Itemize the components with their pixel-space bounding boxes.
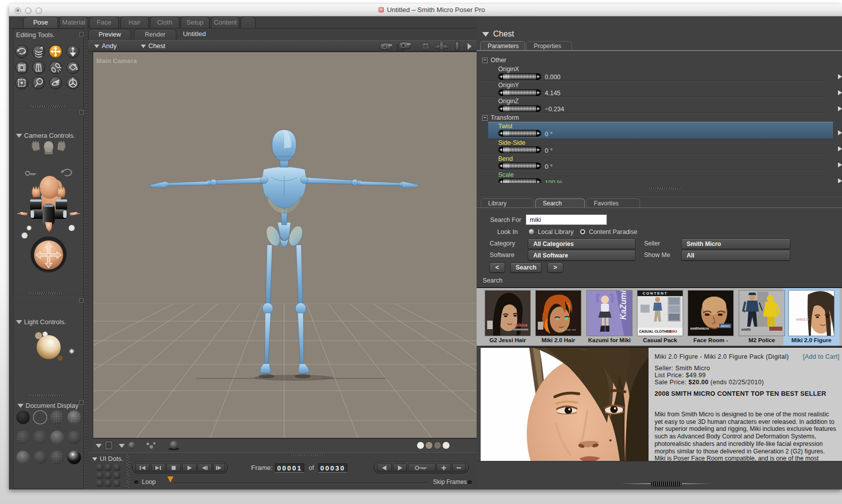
svg-text:CASUAL CLOTHES: CASUAL CLOTHES: [639, 330, 672, 333]
svg-text:miki2.0: miki2.0: [796, 317, 808, 322]
svg-text:CONTENT: CONTENT: [643, 291, 668, 296]
svg-text:James: James: [720, 324, 730, 328]
svg-text:MIKI: MIKI: [669, 329, 677, 334]
svg-text:smith: smith: [741, 328, 751, 331]
svg-text:miki hair set: miki hair set: [560, 328, 576, 331]
svg-text:KaZumi: KaZumi: [619, 291, 627, 320]
svg-text:mikise: mikise: [514, 323, 528, 328]
svg-text:smithmicro: smithmicro: [690, 327, 709, 330]
